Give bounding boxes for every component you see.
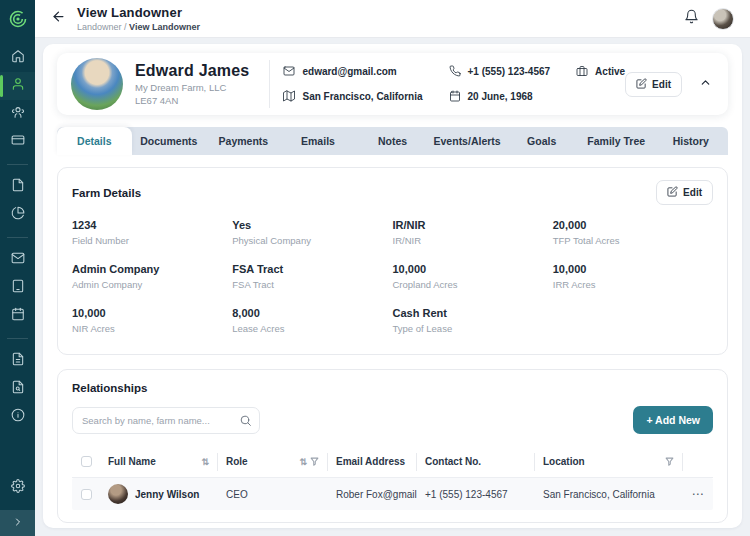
select-all-checkbox[interactable] <box>81 456 92 467</box>
sidebar-item-help[interactable] <box>0 403 35 431</box>
add-new-button[interactable]: + Add New <box>633 406 713 434</box>
farm-details-edit-button[interactable]: Edit <box>656 180 713 205</box>
file-text-icon <box>11 352 25 370</box>
cell-location: San Francisco, California <box>535 489 683 500</box>
sidebar-item-reports[interactable] <box>0 201 35 229</box>
tab-emails[interactable]: Emails <box>281 127 356 155</box>
tab-family-tree[interactable]: Family Tree <box>579 127 654 155</box>
page-title: View Landowner <box>77 5 200 20</box>
sidebar-item-settings[interactable] <box>0 474 35 502</box>
vertical-divider <box>269 60 270 108</box>
search-icon <box>239 413 252 426</box>
envelope-icon <box>11 251 25 269</box>
farm-field: 8,000Lease Acres <box>232 307 392 334</box>
tablet-icon <box>11 279 25 297</box>
location-field: San Francisco, California <box>283 90 422 104</box>
tab-goals[interactable]: Goals <box>504 127 579 155</box>
farm-field: 1234Field Number <box>72 219 232 246</box>
cell-role: CEO <box>218 489 328 500</box>
user-avatar[interactable] <box>712 8 734 30</box>
farm-field: 10,000Cropland Acres <box>393 263 553 290</box>
tab-details[interactable]: Details <box>57 127 132 155</box>
farm-field: 20,000TFP Total Acres <box>553 219 713 246</box>
sidebar-nav <box>0 38 35 474</box>
sidebar-item-files[interactable] <box>0 347 35 375</box>
file-search-icon <box>11 380 25 398</box>
farm-field: YesPhysical Company <box>232 219 392 246</box>
farm-field: IR/NIRIR/NIR <box>393 219 553 246</box>
sidebar-expand-button[interactable] <box>0 510 35 536</box>
credit-card-icon <box>11 133 25 151</box>
column-header-email[interactable]: Email Address <box>328 453 417 471</box>
relationships-card: Relationships + Add New Full Name <box>57 369 728 523</box>
column-header-full-name[interactable]: Full Name ⇅ <box>100 453 218 471</box>
sort-icon[interactable]: ⇅ <box>201 457 209 467</box>
row-checkbox[interactable] <box>81 489 92 500</box>
relationships-search-input[interactable] <box>72 407 260 434</box>
email-field: edward@gmail.com <box>283 65 422 79</box>
column-header-contact[interactable]: Contact No. <box>417 453 535 471</box>
table-row[interactable]: Jenny Wilson CEO Rober Fox@gmail.com +1 … <box>72 478 713 510</box>
sidebar-item-landowners[interactable] <box>0 72 35 100</box>
pie-chart-icon <box>11 206 25 224</box>
tab-payments[interactable]: Payments <box>206 127 281 155</box>
farm-field: FSA TractFSA Tract <box>232 263 392 290</box>
farm-field: Admin CompanyAdmin Company <box>72 263 232 290</box>
breadcrumb-parent[interactable]: Landowner / <box>77 22 129 32</box>
tab-documents[interactable]: Documents <box>132 127 207 155</box>
edit-pencil-icon <box>667 186 678 199</box>
birth-date-field: 20 June, 1968 <box>449 90 551 104</box>
sidebar-item-groups[interactable] <box>0 100 35 128</box>
filter-icon[interactable] <box>310 457 319 466</box>
landowner-postcode: LE67 4AN <box>135 95 255 106</box>
app-root: View Landowner Landowner / View Landowne… <box>0 0 750 536</box>
app-logo-icon[interactable] <box>0 0 35 38</box>
column-header-location[interactable]: Location <box>535 453 683 471</box>
phone-field: +1 (555) 123-4567 <box>449 65 551 79</box>
sort-icon[interactable]: ⇅ <box>299 457 307 467</box>
chevron-up-icon <box>699 75 712 93</box>
status-badge: Active <box>576 65 625 79</box>
main-area: View Landowner Landowner / View Landowne… <box>35 0 750 536</box>
sidebar-item-emails[interactable] <box>0 246 35 274</box>
person-icon <box>11 77 25 95</box>
people-group-icon <box>11 105 25 123</box>
page-content: Edward James My Dream Farm, LLC LE67 4AN… <box>35 38 750 536</box>
tab-history[interactable]: History <box>654 127 729 155</box>
map-icon <box>283 90 295 104</box>
breadcrumb: Landowner / View Landowner <box>77 22 200 32</box>
sidebar-item-file-search[interactable] <box>0 375 35 403</box>
landowner-company: My Dream Farm, LLC <box>135 82 255 93</box>
farm-field: 10,000NIR Acres <box>72 307 232 334</box>
sidebar-item-payments[interactable] <box>0 128 35 156</box>
sidebar-item-home[interactable] <box>0 44 35 72</box>
cell-full-name: Jenny Wilson <box>100 484 218 504</box>
farm-details-card: Farm Details Edit 1234Field Number YesPh… <box>57 167 728 355</box>
sidebar-item-documents[interactable] <box>0 173 35 201</box>
calendar-icon <box>449 90 461 104</box>
cell-contact: +1 (555) 123-4567 <box>417 489 535 500</box>
filter-icon[interactable] <box>665 457 674 466</box>
top-header: View Landowner Landowner / View Landowne… <box>35 0 750 38</box>
column-header-role[interactable]: Role ⇅ <box>218 453 328 471</box>
sidebar-divider <box>7 338 28 339</box>
sidebar-item-devices[interactable] <box>0 274 35 302</box>
tab-notes[interactable]: Notes <box>355 127 430 155</box>
farm-details-title: Farm Details <box>72 187 141 199</box>
briefcase-icon <box>576 65 588 79</box>
notifications-button[interactable] <box>682 10 700 28</box>
back-button[interactable] <box>49 10 67 28</box>
cell-email: Rober Fox@gmail.com <box>328 489 417 500</box>
sidebar-bottom <box>0 474 35 536</box>
table-header-row: Full Name ⇅ Role ⇅ Email Address <box>72 446 713 478</box>
sidebar-divider <box>7 237 28 238</box>
profile-edit-button[interactable]: Edit <box>625 72 682 97</box>
tab-events-alerts[interactable]: Events/Alerts <box>430 127 505 155</box>
collapse-profile-button[interactable] <box>696 75 714 93</box>
sidebar-item-calendar[interactable] <box>0 302 35 330</box>
home-icon <box>11 49 25 67</box>
breadcrumb-current: View Landowner <box>129 22 200 32</box>
relationships-table: Full Name ⇅ Role ⇅ Email Address <box>72 446 713 510</box>
row-actions-menu[interactable]: ⋯ <box>683 487 713 501</box>
farm-details-grid: 1234Field Number YesPhysical Company IR/… <box>72 219 713 342</box>
